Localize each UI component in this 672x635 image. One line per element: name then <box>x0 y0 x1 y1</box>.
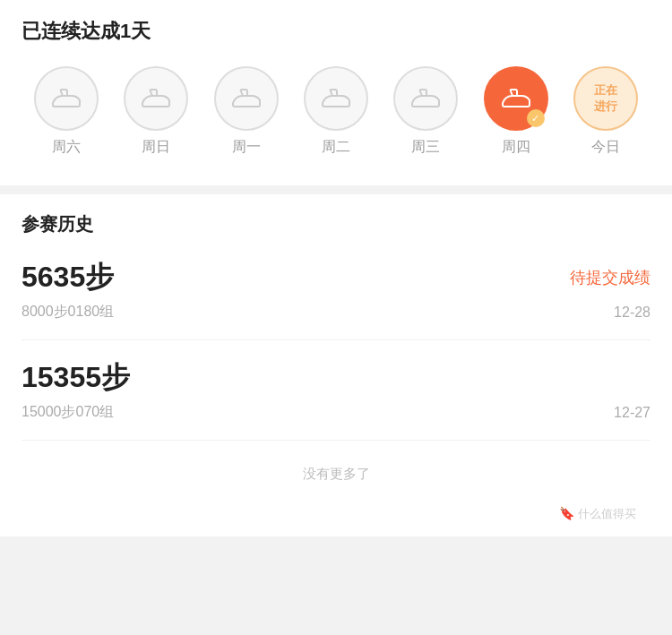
today-text: 正在进行 <box>594 82 617 115</box>
shoe-icon-thu <box>500 87 532 110</box>
day-circle-thu: ✓ <box>484 66 548 131</box>
shoe-icon-wed <box>409 87 442 110</box>
day-item-sat: 周六 <box>34 66 99 157</box>
history-section: 参赛历史 5635步 待提交成绩 8000步0180组 12-28 15355步… <box>0 194 672 536</box>
group-info-0: 8000步0180组 <box>22 303 114 322</box>
day-label-tue: 周二 <box>322 138 350 157</box>
day-circle-mon <box>214 66 279 131</box>
day-label-today: 今日 <box>591 138 620 157</box>
no-more-text: 没有更多了 <box>22 441 650 497</box>
section-divider <box>0 185 672 194</box>
day-label-mon: 周一 <box>232 138 261 157</box>
streak-title: 已连续达成1天 <box>22 18 650 45</box>
shoe-icon-mon <box>230 87 263 110</box>
day-item-wed: 周三 <box>393 66 458 157</box>
day-circle-sat <box>34 66 99 131</box>
footer-watermark: 🔖 什么值得买 <box>22 497 650 536</box>
day-circle-today: 正在进行 <box>573 66 638 131</box>
item-row-bottom-1: 15000步070组 12-27 <box>22 403 650 422</box>
days-row: 周六 周日 周一 <box>22 66 650 157</box>
day-circle-tue <box>304 66 368 131</box>
watermark-icon: 🔖 <box>559 506 578 520</box>
check-badge-thu: ✓ <box>527 109 545 127</box>
day-circle-sun <box>124 66 188 131</box>
pending-label-0: 待提交成绩 <box>570 267 650 288</box>
day-item-today: 正在进行 今日 <box>573 66 638 157</box>
shoe-icon-tue <box>320 87 352 110</box>
item-row-top-1: 15355步 <box>22 358 650 398</box>
date-label-1: 12-27 <box>614 405 650 421</box>
steps-count-1: 15355步 <box>22 358 130 398</box>
steps-count-0: 5635步 <box>22 258 114 297</box>
day-label-wed: 周三 <box>411 138 440 157</box>
day-label-sun: 周日 <box>142 138 170 157</box>
day-label-thu: 周四 <box>502 138 530 157</box>
day-label-sat: 周六 <box>52 138 81 157</box>
day-item-mon: 周一 <box>214 66 279 157</box>
history-item-1: 15355步 15000步070组 12-27 <box>22 340 650 441</box>
item-row-bottom-0: 8000步0180组 12-28 <box>22 303 650 322</box>
day-item-tue: 周二 <box>304 66 368 157</box>
item-row-top-0: 5635步 待提交成绩 <box>22 258 650 297</box>
history-title: 参赛历史 <box>22 212 650 236</box>
day-circle-wed <box>393 66 458 131</box>
history-item-0: 5635步 待提交成绩 8000步0180组 12-28 <box>22 240 650 340</box>
streak-section: 已连续达成1天 周六 周日 <box>0 0 672 185</box>
watermark-text: 什么值得买 <box>578 507 636 520</box>
day-item-sun: 周日 <box>124 66 188 157</box>
day-item-thu: ✓ 周四 <box>484 66 548 157</box>
shoe-icon-sun <box>140 87 172 110</box>
group-info-1: 15000步070组 <box>22 403 114 422</box>
date-label-0: 12-28 <box>614 305 650 321</box>
shoe-icon-sat <box>50 87 82 110</box>
